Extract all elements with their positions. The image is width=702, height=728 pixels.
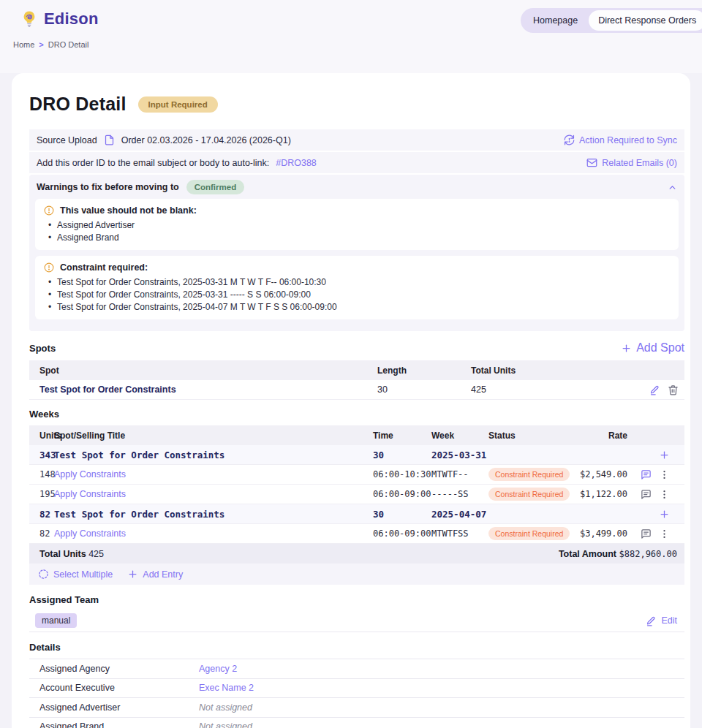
breadcrumb-chevron-icon: > (39, 40, 43, 49)
app-title: Edison (44, 10, 99, 29)
col-total-units: Total Units (471, 365, 638, 376)
top-bar: Edison Homepage Direct Response Orders R… (0, 0, 702, 73)
group-spot-title: Test Spot for Order Constraints (54, 450, 373, 460)
group-units: 82 (29, 509, 54, 520)
source-upload-value[interactable]: Order 02.03.2026 - 17.04.2026 (2026-Q1) (121, 135, 291, 145)
entry-time: 06:00-09:00 (373, 528, 431, 539)
detail-label: Account Executive (29, 683, 199, 693)
entry-week-days: MTWTFSS (431, 528, 488, 539)
warning-item: Assigned Brand (44, 232, 670, 244)
detail-value-empty: Not assigned (199, 702, 252, 713)
lightbulb-logo-icon (20, 10, 38, 28)
entry-units: 195 (29, 489, 54, 499)
apply-constraints-link[interactable]: Apply Constraints (54, 469, 373, 479)
nav-direct-response-orders[interactable]: Direct Response Orders (589, 10, 702, 31)
apply-constraints-link[interactable]: Apply Constraints (54, 489, 373, 499)
detail-value-link[interactable]: Agency 2 (199, 664, 237, 674)
col-week: Week (431, 431, 488, 441)
total-amount-value: $882,960.00 (619, 549, 677, 559)
order-id-link[interactable]: #DRO388 (276, 158, 317, 168)
warning-group-constraints: Constraint required: Test Spot for Order… (35, 256, 679, 319)
warning-circle-icon (44, 205, 54, 216)
source-upload-row: Source Upload Order 02.03.2026 - 17.04.2… (29, 129, 684, 151)
total-units-value: 425 (88, 549, 104, 559)
week-group-row: 343 Test Spot for Order Constraints 30 2… (29, 445, 684, 465)
trash-icon[interactable] (668, 384, 679, 395)
comment-icon[interactable] (641, 489, 652, 500)
total-amount-label: Total Amount (559, 549, 616, 559)
constraint-required-badge: Constraint Required (488, 488, 570, 501)
warnings-header-text: Warnings to fix before moving to (37, 182, 179, 192)
detail-row: Account Executive Exec Name 2 (29, 679, 684, 699)
total-units-label: Total Units (39, 549, 86, 559)
nav-homepage[interactable]: Homepage (524, 10, 587, 31)
spot-name-link[interactable]: Test Spot for Order Constraints (29, 384, 377, 395)
plus-icon (621, 343, 632, 354)
warning-circle-icon (44, 262, 54, 273)
detail-row: Assigned Agency Agency 2 (29, 659, 684, 679)
detail-label: Assigned Brand (29, 721, 199, 728)
comment-icon[interactable] (641, 469, 652, 480)
file-icon (104, 134, 115, 145)
detail-row: Assigned Brand Not assigned (29, 718, 684, 728)
chevron-up-icon[interactable] (668, 183, 677, 192)
assigned-team-section-title: Assigned Team (29, 594, 99, 605)
spots-section-title: Spots (29, 343, 56, 354)
main-nav: Homepage Direct Response Orders Re (521, 8, 702, 33)
col-status: Status (488, 431, 575, 441)
warnings-panel: Warnings to fix before moving to Confirm… (29, 175, 684, 331)
week-entry-row: 195 Apply Constraints 06:00-09:00 -----S… (29, 485, 684, 504)
spot-row: Test Spot for Order Constraints 30 425 (29, 380, 684, 400)
spot-total-units: 425 (471, 384, 638, 395)
entry-time: 06:00-09:00 (373, 489, 431, 499)
weeks-section-title: Weeks (29, 409, 59, 420)
details-section-title: Details (29, 642, 61, 653)
details-table: Assigned Agency Agency 2 Account Executi… (29, 659, 684, 728)
confirmed-badge: Confirmed (186, 180, 245, 194)
group-week: 2025-03-31 (431, 450, 488, 460)
week-entry-row: 82 Apply Constraints 06:00-09:00 MTWTFSS… (29, 524, 684, 544)
detail-value-link[interactable]: Exec Name 2 (199, 683, 254, 693)
weeks-table-header: Units Spot/Selling Title Time Week Statu… (29, 425, 684, 445)
comment-icon[interactable] (641, 528, 652, 539)
spots-table-header: Spot Length Total Units (29, 360, 684, 380)
entry-time: 06:00-10:30 (373, 469, 431, 479)
kebab-menu-icon[interactable] (659, 528, 670, 539)
week-entry-row: 148 Apply Constraints 06:00-10:30 MTWTF-… (29, 465, 684, 485)
edit-team-button[interactable]: Edit (646, 615, 677, 626)
status-badge-input-required: Input Required (138, 96, 218, 113)
constraint-required-badge: Constraint Required (488, 527, 570, 540)
action-required-to-sync-button[interactable]: Action Required to Sync (564, 134, 677, 145)
warning-group-blank-values: This value should not be blank: Assigned… (35, 199, 679, 250)
plus-icon[interactable] (659, 450, 670, 460)
group-units: 343 (29, 450, 54, 460)
select-multiple-button[interactable]: Select Multiple (38, 569, 113, 580)
related-emails-button[interactable]: Related Emails (0) (586, 157, 677, 168)
detail-value-empty: Not assigned (199, 721, 252, 728)
assigned-team-row: manual Edit (29, 610, 684, 632)
pencil-icon[interactable] (649, 384, 660, 395)
breadcrumb-current: DRO Detail (48, 40, 89, 49)
kebab-menu-icon[interactable] (659, 469, 670, 480)
entry-rate: $3,499.00 (575, 528, 627, 539)
apply-constraints-link[interactable]: Apply Constraints (54, 528, 373, 539)
brand: Edison (20, 10, 99, 29)
breadcrumb-home[interactable]: Home (13, 40, 34, 49)
auto-link-row: Add this order ID to the email subject o… (29, 152, 684, 173)
envelope-icon (586, 157, 597, 168)
page-title: DRO Detail (29, 94, 127, 115)
col-spot-selling-title: Spot/Selling Title (54, 431, 373, 441)
constraint-required-badge: Constraint Required (488, 468, 570, 481)
plus-icon (127, 569, 138, 580)
col-rate: Rate (575, 431, 627, 441)
dashed-circle-icon (38, 569, 49, 580)
entry-units: 82 (29, 528, 54, 539)
entry-rate: $2,549.00 (575, 469, 627, 479)
warning-item: Test Spot for Order Constraints, 2025-04… (44, 301, 670, 314)
detail-label: Assigned Advertiser (29, 702, 199, 713)
warning-title: Constraint required: (60, 262, 148, 273)
plus-icon[interactable] (659, 509, 670, 520)
add-entry-button[interactable]: Add Entry (127, 569, 183, 580)
add-spot-button[interactable]: Add Spot (621, 341, 684, 354)
kebab-menu-icon[interactable] (659, 489, 670, 500)
